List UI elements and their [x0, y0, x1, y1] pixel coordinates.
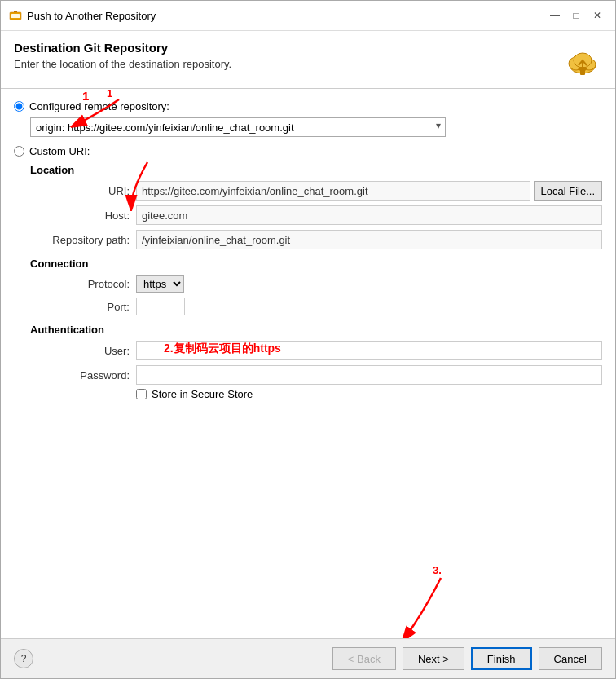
authentication-section: Authentication User: Password: Store in … — [30, 324, 602, 400]
close-button[interactable]: ✕ — [587, 7, 607, 24]
next-button[interactable]: Next > — [403, 647, 464, 670]
secure-store-checkbox[interactable] — [136, 389, 147, 399]
protocol-select[interactable]: https ssh git — [136, 275, 184, 293]
uri-row: Local File... — [136, 181, 602, 201]
configured-remote-option[interactable]: Configured remote repository: — [14, 100, 602, 112]
protocol-row: https ssh git — [136, 275, 602, 293]
header-icon — [563, 41, 602, 80]
cancel-button[interactable]: Cancel — [539, 647, 602, 670]
port-label: Port: — [30, 301, 136, 313]
svg-text:1: 1 — [107, 89, 112, 99]
maximize-button[interactable]: □ — [566, 7, 586, 24]
uri-input[interactable] — [136, 181, 530, 201]
custom-uri-label: Custom URI: — [29, 145, 90, 157]
header-title: Destination Git Repository — [14, 41, 231, 55]
window-title: Push to Another Repository — [27, 10, 156, 22]
title-bar: Push to Another Repository — □ ✕ — [1, 1, 615, 31]
port-input[interactable] — [136, 298, 185, 315]
window-controls: — □ ✕ — [545, 7, 607, 24]
uri-label: URI: — [30, 185, 136, 197]
window-icon — [9, 9, 22, 22]
host-label: Host: — [30, 209, 136, 222]
authentication-form: User: Password: — [30, 341, 602, 385]
location-section-label: Location — [30, 164, 602, 176]
dialog-header: Destination Git Repository Enter the loc… — [1, 31, 615, 89]
location-form: URI: Local File... Host: gitee.com Repos… — [30, 181, 602, 249]
repo-path-value: /yinfeixian/online_chat_room.git — [136, 230, 602, 249]
location-section: Location URI: Local File... Host: gitee.… — [30, 164, 602, 249]
custom-uri-radio[interactable] — [14, 146, 24, 157]
svg-rect-1 — [11, 14, 20, 18]
dialog-content: 1 1 Configured remote repository: origin… — [1, 89, 615, 638]
remote-dropdown[interactable]: origin: https://gitee.com/yinfeixian/onl… — [30, 117, 446, 137]
connection-form: Protocol: https ssh git Port: — [30, 275, 602, 315]
user-label: User: — [30, 345, 136, 357]
header-description: Enter the location of the destination re… — [14, 58, 231, 70]
password-input[interactable] — [136, 365, 602, 385]
password-label: Password: — [30, 369, 136, 381]
minimize-button[interactable]: — — [545, 7, 565, 24]
protocol-label: Protocol: — [30, 278, 136, 290]
footer-left: ? — [14, 649, 33, 668]
host-value: gitee.com — [136, 205, 602, 225]
back-button[interactable]: < Back — [332, 647, 396, 670]
remote-dropdown-wrapper[interactable]: origin: https://gitee.com/yinfeixian/onl… — [30, 117, 446, 137]
cloud-upload-icon — [565, 42, 601, 78]
finish-button[interactable]: Finish — [471, 647, 532, 670]
arrow-3: 3. — [359, 562, 482, 638]
secure-store-label: Store in Secure Store — [152, 388, 253, 400]
configured-remote-radio[interactable] — [14, 101, 24, 112]
port-row — [136, 298, 602, 315]
dialog-footer: ? < Back Next > Finish Cancel — [1, 638, 615, 678]
svg-text:3.: 3. — [433, 564, 442, 576]
footer-right: < Back Next > Finish Cancel — [332, 647, 602, 670]
custom-uri-option[interactable]: Custom URI: — [14, 145, 602, 157]
connection-section-label: Connection — [30, 258, 602, 270]
local-file-button[interactable]: Local File... — [534, 181, 602, 201]
connection-section: Connection Protocol: https ssh git Port: — [30, 258, 602, 315]
authentication-section-label: Authentication — [30, 324, 602, 336]
help-button[interactable]: ? — [14, 649, 33, 668]
configured-remote-label: Configured remote repository: — [29, 100, 169, 112]
remote-dropdown-row: origin: https://gitee.com/yinfeixian/onl… — [30, 117, 602, 137]
user-input[interactable] — [136, 341, 602, 360]
secure-store-row: Store in Secure Store — [136, 388, 602, 400]
repo-path-label: Repository path: — [30, 234, 136, 246]
